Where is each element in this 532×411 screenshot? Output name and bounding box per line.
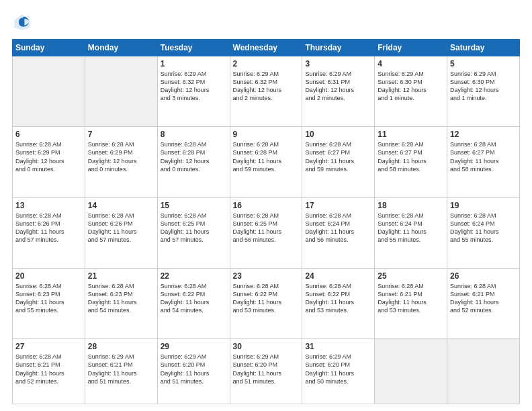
calendar-cell [375, 339, 447, 404]
day-info: Sunrise: 6:28 AM Sunset: 6:29 PM Dayligh… [88, 140, 154, 173]
day-info: Sunrise: 6:29 AM Sunset: 6:20 PM Dayligh… [161, 353, 227, 385]
day-number: 27 [15, 342, 82, 351]
calendar-cell: 13Sunrise: 6:28 AM Sunset: 6:26 PM Dayli… [13, 197, 85, 268]
day-number: 22 [161, 271, 227, 281]
calendar-cell [85, 56, 157, 127]
day-info: Sunrise: 6:28 AM Sunset: 6:24 PM Dayligh… [450, 212, 517, 244]
calendar-cell: 24Sunrise: 6:28 AM Sunset: 6:22 PM Dayli… [302, 268, 375, 338]
calendar-cell: 30Sunrise: 6:29 AM Sunset: 6:20 PM Dayli… [230, 339, 302, 404]
day-number: 8 [161, 130, 227, 139]
day-number: 15 [161, 201, 227, 210]
day-info: Sunrise: 6:29 AM Sunset: 6:30 PM Dayligh… [378, 70, 444, 103]
day-info: Sunrise: 6:28 AM Sunset: 6:25 PM Dayligh… [161, 212, 227, 244]
calendar-cell: 15Sunrise: 6:28 AM Sunset: 6:25 PM Dayli… [157, 197, 230, 268]
day-number: 13 [15, 201, 82, 210]
week-row-4: 20Sunrise: 6:28 AM Sunset: 6:23 PM Dayli… [13, 268, 520, 338]
calendar-cell: 1Sunrise: 6:29 AM Sunset: 6:32 PM Daylig… [157, 56, 230, 127]
day-number: 18 [378, 201, 444, 210]
day-number: 12 [450, 130, 517, 139]
day-info: Sunrise: 6:28 AM Sunset: 6:26 PM Dayligh… [88, 212, 154, 244]
calendar-cell [447, 339, 520, 404]
calendar-cell: 7Sunrise: 6:28 AM Sunset: 6:29 PM Daylig… [85, 127, 157, 197]
day-info: Sunrise: 6:28 AM Sunset: 6:28 PM Dayligh… [161, 140, 227, 173]
day-number: 10 [305, 130, 371, 139]
day-info: Sunrise: 6:28 AM Sunset: 6:22 PM Dayligh… [233, 282, 300, 315]
weekday-header-sunday: Sunday [13, 40, 85, 56]
calendar-cell: 19Sunrise: 6:28 AM Sunset: 6:24 PM Dayli… [447, 197, 520, 268]
day-info: Sunrise: 6:28 AM Sunset: 6:21 PM Dayligh… [378, 282, 444, 315]
day-info: Sunrise: 6:28 AM Sunset: 6:23 PM Dayligh… [15, 282, 82, 315]
day-number: 24 [305, 271, 371, 281]
calendar-cell: 21Sunrise: 6:28 AM Sunset: 6:23 PM Dayli… [85, 268, 157, 338]
calendar-cell: 2Sunrise: 6:29 AM Sunset: 6:32 PM Daylig… [230, 56, 302, 127]
day-number: 11 [378, 130, 444, 139]
calendar-cell: 20Sunrise: 6:28 AM Sunset: 6:23 PM Dayli… [13, 268, 85, 338]
day-number: 29 [161, 342, 227, 351]
calendar-table: SundayMondayTuesdayWednesdayThursdayFrid… [12, 39, 520, 404]
day-info: Sunrise: 6:29 AM Sunset: 6:32 PM Dayligh… [161, 70, 227, 103]
day-info: Sunrise: 6:28 AM Sunset: 6:28 PM Dayligh… [233, 140, 300, 173]
calendar-cell: 5Sunrise: 6:29 AM Sunset: 6:30 PM Daylig… [447, 56, 520, 127]
day-number: 1 [161, 59, 227, 68]
day-info: Sunrise: 6:29 AM Sunset: 6:32 PM Dayligh… [233, 70, 300, 103]
page: SundayMondayTuesdayWednesdayThursdayFrid… [0, 0, 532, 411]
calendar-cell: 22Sunrise: 6:28 AM Sunset: 6:22 PM Dayli… [157, 268, 230, 338]
day-info: Sunrise: 6:29 AM Sunset: 6:30 PM Dayligh… [450, 70, 517, 103]
calendar-cell: 16Sunrise: 6:28 AM Sunset: 6:25 PM Dayli… [230, 197, 302, 268]
day-info: Sunrise: 6:28 AM Sunset: 6:22 PM Dayligh… [305, 282, 371, 315]
weekday-header-tuesday: Tuesday [157, 40, 230, 56]
week-row-1: 1Sunrise: 6:29 AM Sunset: 6:32 PM Daylig… [13, 56, 520, 127]
day-info: Sunrise: 6:29 AM Sunset: 6:21 PM Dayligh… [88, 353, 154, 385]
calendar-cell: 31Sunrise: 6:29 AM Sunset: 6:20 PM Dayli… [302, 339, 375, 404]
calendar-cell: 14Sunrise: 6:28 AM Sunset: 6:26 PM Dayli… [85, 197, 157, 268]
calendar-cell: 4Sunrise: 6:29 AM Sunset: 6:30 PM Daylig… [375, 56, 447, 127]
day-number: 16 [233, 201, 300, 210]
calendar-cell: 17Sunrise: 6:28 AM Sunset: 6:24 PM Dayli… [302, 197, 375, 268]
calendar-cell: 29Sunrise: 6:29 AM Sunset: 6:20 PM Dayli… [157, 339, 230, 404]
calendar-cell: 27Sunrise: 6:28 AM Sunset: 6:21 PM Dayli… [13, 339, 85, 404]
weekday-header-friday: Friday [375, 40, 447, 56]
day-number: 26 [450, 271, 517, 281]
day-number: 25 [378, 271, 444, 281]
calendar-cell [13, 56, 85, 127]
calendar-cell: 11Sunrise: 6:28 AM Sunset: 6:27 PM Dayli… [375, 127, 447, 197]
calendar-cell: 9Sunrise: 6:28 AM Sunset: 6:28 PM Daylig… [230, 127, 302, 197]
day-number: 28 [88, 342, 154, 351]
week-row-3: 13Sunrise: 6:28 AM Sunset: 6:26 PM Dayli… [13, 197, 520, 268]
weekday-header-monday: Monday [85, 40, 157, 56]
day-info: Sunrise: 6:28 AM Sunset: 6:25 PM Dayligh… [233, 212, 300, 244]
day-number: 30 [233, 342, 300, 351]
calendar-cell: 6Sunrise: 6:28 AM Sunset: 6:29 PM Daylig… [13, 127, 85, 197]
day-info: Sunrise: 6:28 AM Sunset: 6:24 PM Dayligh… [378, 212, 444, 244]
day-number: 19 [450, 201, 517, 210]
weekday-header-row: SundayMondayTuesdayWednesdayThursdayFrid… [13, 40, 520, 56]
weekday-header-thursday: Thursday [302, 40, 375, 56]
weekday-header-wednesday: Wednesday [230, 40, 302, 56]
calendar-cell: 28Sunrise: 6:29 AM Sunset: 6:21 PM Dayli… [85, 339, 157, 404]
day-info: Sunrise: 6:28 AM Sunset: 6:29 PM Dayligh… [15, 140, 82, 173]
header [12, 12, 520, 32]
day-info: Sunrise: 6:29 AM Sunset: 6:31 PM Dayligh… [305, 70, 371, 103]
day-number: 21 [88, 271, 154, 281]
day-number: 23 [233, 271, 300, 281]
day-info: Sunrise: 6:29 AM Sunset: 6:20 PM Dayligh… [233, 353, 300, 385]
weekday-header-saturday: Saturday [447, 40, 520, 56]
day-info: Sunrise: 6:28 AM Sunset: 6:21 PM Dayligh… [15, 353, 82, 385]
day-info: Sunrise: 6:28 AM Sunset: 6:24 PM Dayligh… [305, 212, 371, 244]
calendar-cell: 23Sunrise: 6:28 AM Sunset: 6:22 PM Dayli… [230, 268, 302, 338]
day-info: Sunrise: 6:28 AM Sunset: 6:26 PM Dayligh… [15, 212, 82, 244]
week-row-5: 27Sunrise: 6:28 AM Sunset: 6:21 PM Dayli… [13, 339, 520, 404]
day-number: 14 [88, 201, 154, 210]
logo [12, 12, 35, 32]
day-number: 7 [88, 130, 154, 139]
day-number: 9 [233, 130, 300, 139]
calendar-cell: 3Sunrise: 6:29 AM Sunset: 6:31 PM Daylig… [302, 56, 375, 127]
day-number: 2 [233, 59, 300, 68]
day-number: 5 [450, 59, 517, 68]
day-number: 20 [15, 271, 82, 281]
calendar-cell: 8Sunrise: 6:28 AM Sunset: 6:28 PM Daylig… [157, 127, 230, 197]
day-number: 17 [305, 201, 371, 210]
day-info: Sunrise: 6:29 AM Sunset: 6:20 PM Dayligh… [305, 353, 371, 385]
calendar-cell: 25Sunrise: 6:28 AM Sunset: 6:21 PM Dayli… [375, 268, 447, 338]
day-info: Sunrise: 6:28 AM Sunset: 6:27 PM Dayligh… [305, 140, 371, 173]
